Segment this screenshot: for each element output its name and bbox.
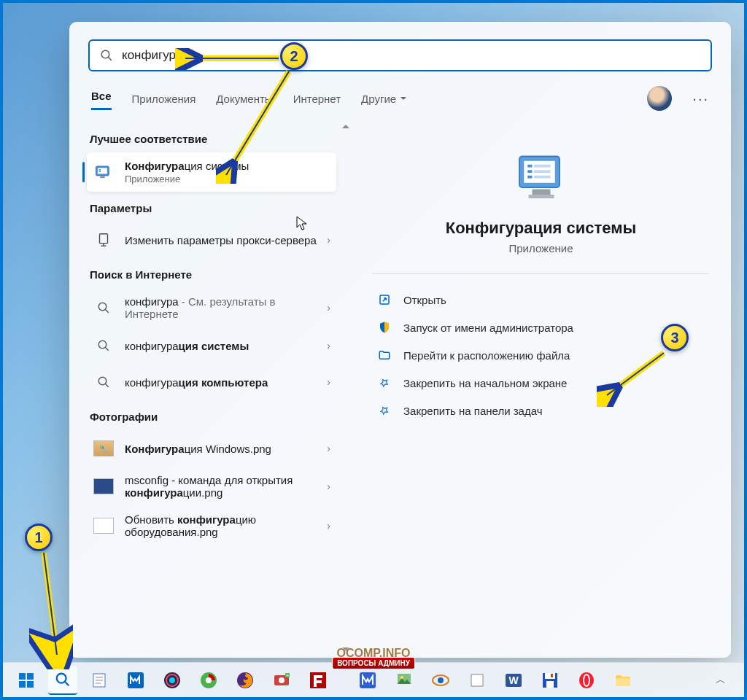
callout-2: 2: [280, 42, 308, 70]
taskbar-tray-chevron[interactable]: ︿: [706, 666, 735, 695]
user-avatar[interactable]: [647, 86, 672, 111]
divider: [373, 273, 709, 274]
svg-rect-60: [551, 674, 553, 677]
callout-1: 1: [25, 524, 53, 551]
tab-all[interactable]: Все: [91, 87, 112, 110]
tab-apps[interactable]: Приложения: [132, 90, 196, 108]
shield-icon: [377, 320, 392, 335]
chevron-right-icon: ›: [327, 234, 330, 246]
image-thumbnail-icon: 🔧: [93, 438, 115, 459]
callout-arrow-3: [597, 349, 670, 407]
svg-point-12: [98, 341, 107, 349]
taskbar-search-button[interactable]: [48, 666, 77, 695]
svg-line-11: [105, 309, 109, 313]
result-web-search-1[interactable]: конфигура - См. результаты в Интернете ›: [87, 288, 336, 327]
chevron-right-icon: ›: [327, 481, 330, 492]
pin-icon: [377, 403, 392, 418]
overflow-menu[interactable]: ···: [692, 90, 709, 107]
taskbar-app-paint[interactable]: [390, 666, 419, 695]
svg-point-14: [98, 377, 107, 385]
taskbar-app-opera[interactable]: [572, 666, 601, 695]
action-open[interactable]: Открыть: [373, 286, 709, 314]
tab-more[interactable]: Другие: [361, 90, 406, 108]
svg-rect-23: [534, 176, 551, 179]
callout-arrow-1: [29, 545, 73, 669]
section-photos: Фотографии: [90, 411, 333, 423]
result-photo-1[interactable]: 🔧 Конфигурация Windows.png ›: [87, 430, 336, 467]
taskbar-app-firefox[interactable]: [231, 666, 260, 695]
svg-rect-18: [527, 165, 532, 168]
tab-internet[interactable]: Интернет: [293, 90, 341, 108]
svg-line-1: [108, 57, 112, 61]
chevron-right-icon: ›: [327, 302, 330, 314]
svg-rect-22: [527, 176, 532, 179]
taskbar-app-divider: [340, 666, 346, 695]
detail-subtitle: Приложение: [373, 242, 709, 254]
search-icon: [93, 297, 115, 319]
folder-icon: [377, 348, 392, 362]
svg-rect-59: [546, 681, 554, 688]
svg-point-42: [206, 677, 212, 683]
taskbar-app-maxthon[interactable]: [121, 666, 150, 695]
mouse-cursor-icon: [296, 216, 308, 230]
action-run-as-admin[interactable]: Запуск от имени администратора: [373, 314, 709, 341]
svg-line-72: [607, 353, 664, 395]
taskbar-app-word[interactable]: W: [499, 666, 528, 695]
search-icon: [93, 371, 115, 393]
results-scrollbar[interactable]: [341, 120, 351, 658]
svg-point-51: [400, 676, 403, 679]
image-thumbnail-icon: [93, 515, 115, 537]
svg-rect-21: [534, 170, 551, 173]
result-photo-3[interactable]: Обновить конфигурацию оборудования.png ›: [87, 506, 336, 545]
taskbar-app-viewer[interactable]: [426, 666, 455, 695]
svg-rect-64: [616, 678, 630, 686]
svg-text:+: +: [286, 673, 289, 677]
result-photo-2[interactable]: msconfig - команда для открытия конфигур…: [87, 467, 336, 506]
result-system-configuration[interactable]: Конфигурация системы Приложение: [87, 152, 336, 192]
svg-rect-19: [534, 165, 551, 168]
svg-point-0: [101, 50, 109, 58]
proxy-icon: [93, 229, 115, 251]
taskbar-app-screenshot[interactable]: +: [267, 666, 296, 695]
callout-arrow-2b: [216, 67, 296, 184]
taskbar-app-filezilla[interactable]: [303, 666, 333, 695]
taskbar-app-save[interactable]: [535, 666, 565, 695]
search-icon: [93, 335, 115, 357]
msconfig-icon: [93, 161, 115, 183]
start-button[interactable]: [12, 666, 41, 695]
msconfig-large-icon: [512, 147, 570, 206]
svg-point-63: [584, 675, 589, 685]
callout-3: 3: [661, 324, 689, 351]
section-settings: Параметры: [90, 202, 333, 214]
result-detail-pane: Конфигурация системы Приложение Открыть …: [351, 120, 731, 658]
taskbar-app-m[interactable]: [353, 666, 382, 695]
svg-rect-25: [528, 195, 554, 198]
svg-rect-6: [100, 176, 105, 178]
result-web-search-2[interactable]: конфигурация системы ›: [87, 327, 336, 364]
taskbar-app-browser2[interactable]: [194, 666, 223, 695]
scroll-up-arrow-icon[interactable]: [342, 121, 349, 128]
svg-rect-5: [99, 171, 101, 172]
svg-rect-7: [100, 234, 108, 244]
svg-rect-54: [471, 674, 483, 686]
result-web-search-3[interactable]: конфигурация компьютера ›: [87, 364, 336, 400]
taskbar-app-explorer[interactable]: [608, 666, 638, 695]
image-thumbnail-icon: [93, 475, 115, 497]
svg-rect-24: [532, 190, 550, 195]
detail-title: Конфигурация системы: [373, 219, 709, 238]
section-web-search: Поиск в Интернете: [90, 268, 333, 281]
taskbar-app-browser1[interactable]: [158, 666, 187, 695]
open-icon: [377, 292, 392, 307]
svg-rect-27: [19, 673, 26, 680]
svg-rect-58: [545, 673, 555, 679]
section-best-match: Лучшее соответствие: [90, 133, 333, 145]
pin-icon: [377, 376, 392, 390]
chevron-right-icon: ›: [327, 443, 330, 454]
taskbar-app-notepad[interactable]: [85, 666, 114, 695]
svg-line-70: [226, 71, 289, 175]
taskbar-app-generic[interactable]: [462, 666, 492, 695]
watermark: OCOMP.INFO ВОПРОСЫ АДМИНУ: [332, 647, 415, 669]
results-list: Лучшее соответствие Конфигурация системы…: [69, 120, 341, 658]
svg-point-31: [57, 673, 66, 682]
svg-point-10: [98, 303, 107, 311]
